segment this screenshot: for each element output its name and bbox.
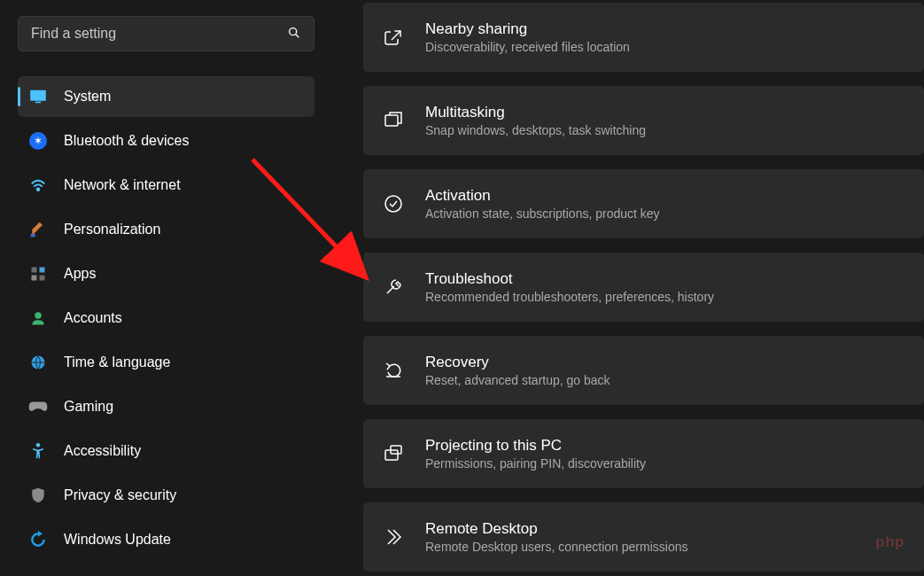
sidebar-item-bluetooth-devices[interactable]: ✶ Bluetooth & devices: [18, 121, 314, 161]
svg-rect-14: [385, 115, 398, 126]
card-text: Projecting to this PC Permissions, pairi…: [425, 437, 906, 471]
recovery-icon: [381, 358, 406, 383]
card-title: Troubleshoot: [425, 270, 906, 288]
sidebar-item-label: Bluetooth & devices: [64, 133, 189, 149]
sidebar-item-time-language[interactable]: Time & language: [18, 342, 314, 383]
gamepad-icon: [28, 397, 48, 416]
settings-card-multitasking[interactable]: Multitasking Snap windows, desktops, tas…: [363, 86, 924, 155]
card-title: Activation: [425, 187, 906, 205]
sidebar-item-label: Gaming: [64, 399, 113, 415]
main-content: Nearby sharing Discoverability, received…: [337, 0, 924, 576]
svg-rect-9: [40, 276, 45, 281]
globe-clock-icon: [28, 353, 48, 372]
settings-card-projecting[interactable]: Projecting to this PC Permissions, pairi…: [363, 419, 924, 488]
apps-icon: [28, 264, 48, 284]
sidebar-item-network-internet[interactable]: Network & internet: [18, 165, 314, 206]
projecting-icon: [381, 441, 406, 466]
sidebar-item-label: Apps: [64, 266, 96, 282]
person-icon: [28, 308, 48, 328]
svg-rect-2: [30, 90, 46, 101]
sidebar-item-personalization[interactable]: Personalization: [18, 209, 314, 250]
card-title: Recovery: [425, 354, 906, 371]
svg-point-10: [35, 312, 42, 319]
paintbrush-icon: [28, 220, 48, 239]
card-subtitle: Snap windows, desktops, task switching: [425, 123, 906, 137]
svg-point-13: [36, 443, 41, 448]
card-text: Nearby sharing Discoverability, received…: [425, 20, 906, 54]
card-subtitle: Recommended troubleshooters, preferences…: [425, 290, 906, 304]
svg-point-15: [385, 196, 401, 212]
card-text: Multitasking Snap windows, desktops, tas…: [425, 104, 906, 137]
remote-desktop-icon: [381, 525, 406, 549]
sidebar-item-label: System: [64, 89, 111, 105]
sidebar-item-accessibility[interactable]: Accessibility: [18, 431, 314, 471]
card-title: Multitasking: [425, 104, 906, 121]
bluetooth-icon: ✶: [28, 131, 48, 151]
search-icon: [287, 26, 301, 43]
sidebar-item-label: Time & language: [64, 354, 170, 370]
wrench-icon: [381, 275, 406, 300]
sidebar-item-apps[interactable]: Apps: [18, 253, 314, 294]
sidebar-item-label: Accounts: [64, 310, 122, 326]
sidebar-item-windows-update[interactable]: Windows Update: [18, 519, 314, 560]
svg-point-4: [37, 189, 40, 191]
card-title: Projecting to this PC: [425, 437, 906, 455]
sidebar-item-accounts[interactable]: Accounts: [18, 298, 314, 339]
sidebar-item-label: Network & internet: [64, 177, 181, 193]
sidebar-item-label: Windows Update: [64, 532, 171, 548]
card-title: Nearby sharing: [425, 20, 906, 38]
sidebar-item-system[interactable]: System: [18, 76, 314, 117]
search-input[interactable]: [31, 26, 287, 42]
card-subtitle: Permissions, pairing PIN, discoverabilit…: [425, 456, 906, 471]
checkmark-circle-icon: [381, 191, 406, 216]
card-text: Recovery Reset, advanced startup, go bac…: [425, 354, 906, 387]
svg-line-1: [296, 34, 299, 37]
settings-card-troubleshoot[interactable]: Troubleshoot Recommended troubleshooters…: [363, 253, 924, 322]
settings-card-nearby-sharing[interactable]: Nearby sharing Discoverability, received…: [363, 3, 924, 72]
shield-icon: [28, 486, 48, 505]
sidebar-item-label: Personalization: [64, 222, 160, 237]
sidebar: System ✶ Bluetooth & devices Network & i…: [0, 0, 337, 576]
multitasking-icon: [381, 108, 406, 133]
display-icon: [28, 87, 48, 106]
sidebar-item-label: Accessibility: [64, 443, 141, 459]
svg-rect-17: [385, 450, 398, 460]
card-subtitle: Activation state, subscriptions, product…: [425, 206, 906, 221]
share-icon: [381, 25, 406, 50]
card-text: Activation Activation state, subscriptio…: [425, 187, 906, 221]
card-subtitle: Discoverability, received files location: [425, 40, 906, 54]
sidebar-item-label: Privacy & security: [64, 487, 176, 503]
watermark: php: [875, 533, 905, 551]
sidebar-item-privacy-security[interactable]: Privacy & security: [18, 475, 314, 516]
update-icon: [28, 530, 48, 549]
settings-card-recovery[interactable]: Recovery Reset, advanced startup, go bac…: [363, 336, 924, 405]
card-text: Troubleshoot Recommended troubleshooters…: [425, 270, 906, 304]
svg-rect-7: [40, 268, 45, 273]
svg-point-0: [290, 27, 297, 35]
search-box[interactable]: [18, 16, 314, 51]
svg-rect-3: [35, 102, 41, 104]
settings-card-activation[interactable]: Activation Activation state, subscriptio…: [363, 169, 924, 238]
wifi-icon: [28, 175, 48, 195]
card-text: Remote Desktop Remote Desktop users, con…: [425, 520, 906, 554]
card-subtitle: Remote Desktop users, connection permiss…: [425, 540, 906, 554]
svg-rect-6: [32, 268, 37, 273]
card-subtitle: Reset, advanced startup, go back: [425, 373, 906, 387]
svg-rect-8: [32, 276, 37, 281]
accessibility-icon: [28, 441, 48, 461]
settings-card-remote-desktop[interactable]: Remote Desktop Remote Desktop users, con…: [363, 502, 924, 572]
sidebar-item-gaming[interactable]: Gaming: [18, 386, 314, 427]
svg-rect-5: [31, 234, 35, 237]
card-title: Remote Desktop: [425, 520, 906, 538]
